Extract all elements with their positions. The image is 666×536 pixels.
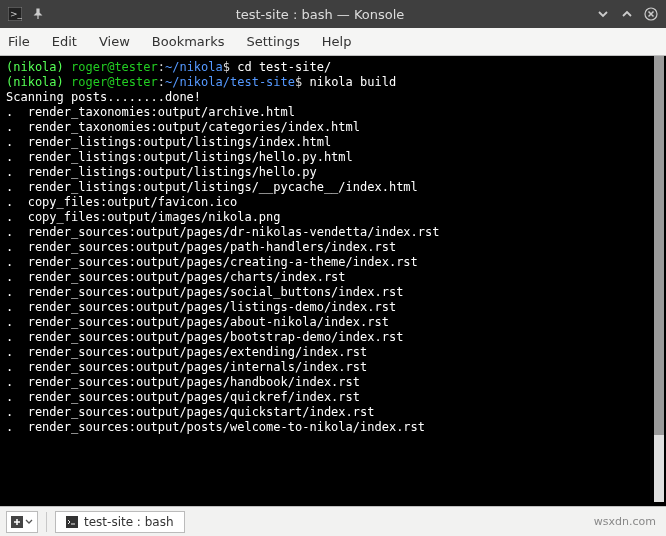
maximize-button[interactable] (620, 7, 634, 21)
menu-edit[interactable]: Edit (52, 34, 77, 49)
output-line: . render_sources:output/pages/charts/ind… (6, 270, 660, 285)
output-line: . copy_files:output/images/nikola.png (6, 210, 660, 225)
separator (46, 512, 47, 532)
titlebar: >_ test-site : bash — Konsole (0, 0, 666, 28)
output-line: . render_sources:output/pages/bootstrap-… (6, 330, 660, 345)
prompt-line: (nikola) roger@tester:~/nikola/test-site… (6, 75, 660, 90)
output-line: Scanning posts........done! (6, 90, 660, 105)
statusbar: test-site : bash (0, 506, 666, 536)
output-line: . render_sources:output/posts/welcome-to… (6, 420, 660, 435)
new-tab-button[interactable] (6, 511, 38, 533)
output-line: . render_sources:output/pages/handbook/i… (6, 375, 660, 390)
output-line: . render_listings:output/listings/__pyca… (6, 180, 660, 195)
app-icon: >_ (8, 7, 22, 21)
menu-file[interactable]: File (8, 34, 30, 49)
menu-view[interactable]: View (99, 34, 130, 49)
menu-bookmarks[interactable]: Bookmarks (152, 34, 225, 49)
terminal-icon (66, 516, 78, 528)
output-line: . render_sources:output/pages/quickref/i… (6, 390, 660, 405)
output-line: . render_sources:output/pages/path-handl… (6, 240, 660, 255)
output-line: . render_sources:output/pages/quickstart… (6, 405, 660, 420)
window-title: test-site : bash — Konsole (44, 7, 596, 22)
svg-rect-4 (66, 516, 78, 528)
menu-help[interactable]: Help (322, 34, 352, 49)
tab-label: test-site : bash (84, 515, 174, 529)
svg-text:>_: >_ (10, 9, 22, 19)
output-line: . render_listings:output/listings/hello.… (6, 165, 660, 180)
menubar: File Edit View Bookmarks Settings Help (0, 28, 666, 56)
output-line: . render_listings:output/listings/index.… (6, 135, 660, 150)
output-line: . render_sources:output/pages/about-niko… (6, 315, 660, 330)
scrollbar-thumb[interactable] (654, 56, 664, 435)
menu-settings[interactable]: Settings (246, 34, 299, 49)
output-line: . render_sources:output/pages/extending/… (6, 345, 660, 360)
chevron-down-icon (25, 518, 33, 526)
watermark: wsxdn.com (594, 515, 656, 528)
output-line: . render_sources:output/pages/dr-nikolas… (6, 225, 660, 240)
scrollbar[interactable] (654, 56, 664, 502)
output-line: . render_sources:output/pages/social_but… (6, 285, 660, 300)
output-line: . render_taxonomies:output/categories/in… (6, 120, 660, 135)
minimize-button[interactable] (596, 7, 610, 21)
output-line: . render_taxonomies:output/archive.html (6, 105, 660, 120)
output-line: . render_listings:output/listings/hello.… (6, 150, 660, 165)
output-line: . copy_files:output/favicon.ico (6, 195, 660, 210)
prompt-line: (nikola) roger@tester:~/nikola$ cd test-… (6, 60, 660, 75)
terminal-viewport[interactable]: (nikola) roger@tester:~/nikola$ cd test-… (0, 56, 666, 506)
output-line: . render_sources:output/pages/internals/… (6, 360, 660, 375)
close-button[interactable] (644, 7, 658, 21)
output-line: . render_sources:output/pages/creating-a… (6, 255, 660, 270)
output-line: . render_sources:output/pages/listings-d… (6, 300, 660, 315)
tab-test-site-bash[interactable]: test-site : bash (55, 511, 185, 533)
pin-icon[interactable] (32, 8, 44, 20)
